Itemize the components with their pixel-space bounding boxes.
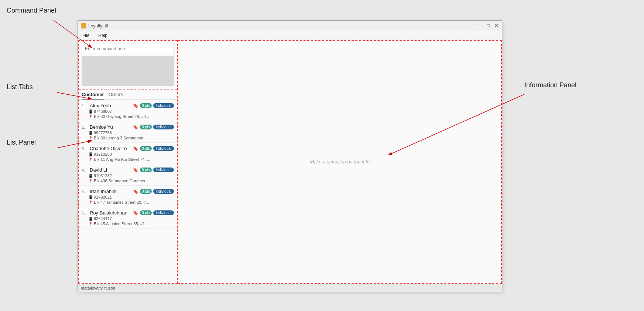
customer-address: 📍 Blk 30 Lorong 3 Serangoon ... [82, 136, 174, 140]
status-path: \data\loyaltylift.json [81, 286, 115, 290]
pin-icon: 📍 [88, 158, 93, 162]
customer-badges: 🔖 0 pts Individual [133, 146, 174, 151]
title-bar-controls: ─ □ ✕ [477, 23, 499, 28]
customer-badges: 🔖 0 pts Individual [133, 125, 174, 130]
right-panel: Make a selection on the left! [178, 40, 502, 284]
customer-badges: 🔖 0 pts Individual [133, 103, 174, 108]
customer-list: 1. Alex Yeoh 🔖 0 pts Individual 📱 874388… [79, 100, 177, 283]
customer-name: Alex Yeoh [90, 103, 111, 108]
bookmark-icon: 🔖 [133, 125, 138, 130]
minimize-button[interactable]: ─ [477, 23, 483, 28]
customer-item[interactable]: 5. Irfan Ibrahim 🔖 0 pts Individual 📱 92… [79, 186, 177, 207]
badge-pts: 0 pts [140, 103, 152, 108]
badge-pts: 0 pts [140, 168, 152, 172]
pin-icon: 📍 [88, 136, 93, 140]
customer-phone: 📱 87438807 [82, 109, 174, 114]
phone-number: 92624417 [94, 216, 112, 221]
menu-help[interactable]: Help [97, 32, 109, 39]
app-title: LoyaltyLift [88, 23, 108, 28]
customer-phone: 📱 93210283 [82, 152, 174, 156]
customer-phone: 📱 92492021 [82, 195, 174, 199]
customer-number: 3. [82, 146, 88, 151]
phone-number: 99272758 [94, 131, 112, 135]
bookmark-icon: 🔖 [133, 210, 138, 216]
pin-icon: 📍 [88, 115, 93, 119]
address-text: Blk 436 Serangoon Gardens ... [94, 179, 150, 183]
badge-type: Individual [153, 103, 174, 108]
bookmark-icon: 🔖 [133, 103, 138, 108]
phone-icon: 📱 [88, 174, 93, 178]
phone-icon: 📱 [88, 109, 93, 114]
phone-number: 93210283 [94, 152, 112, 156]
phone-icon: 📱 [88, 217, 93, 221]
tabs-section: Customer Orders [79, 89, 177, 100]
customer-name: Charlotte Oliveiro [90, 146, 127, 151]
customer-address: 📍 Blk 47 Tampines Street 20, #... [82, 200, 174, 204]
address-text: Blk 47 Tampines Street 20, #... [94, 200, 149, 204]
title-bar: LL LoyaltyLift ─ □ ✕ [78, 21, 502, 31]
badge-type: Individual [153, 168, 174, 172]
pin-icon: 📍 [88, 200, 93, 204]
customer-address: 📍 Blk 11 Ang Mo Kio Street 74, ... [82, 157, 174, 162]
menu-file[interactable]: File [81, 32, 91, 39]
badge-pts: 0 pts [140, 189, 152, 194]
customer-name: Bernice Yu [90, 124, 113, 130]
tab-orders[interactable]: Orders [109, 92, 123, 99]
customer-number: 1. [82, 104, 88, 108]
customer-number: 4. [82, 168, 88, 172]
customer-item[interactable]: 4. David Li 🔖 0 pts Individual 📱 9103128… [79, 164, 177, 186]
badge-type: Individual [153, 125, 174, 129]
address-text: Blk 30 Geylang Street 29, #0... [94, 114, 149, 119]
customer-phone: 📱 99272758 [82, 131, 174, 135]
customer-badges: 🔖 0 pts Individual [133, 168, 174, 173]
bookmark-icon: 🔖 [133, 146, 138, 151]
phone-icon: 📱 [88, 195, 93, 199]
customer-name: Roy Balakrishnan [90, 210, 127, 216]
customer-name: David Li [90, 167, 107, 173]
menu-bar: File Help [78, 31, 502, 40]
customer-badges: 🔖 0 pts Individual [133, 189, 174, 194]
phone-icon: 📱 [88, 152, 93, 156]
pin-icon: 📍 [88, 179, 93, 183]
bookmark-icon: 🔖 [133, 189, 138, 194]
information-panel-label: Information Panel [524, 81, 576, 89]
customer-number: 2. [82, 125, 88, 129]
app-window: LL LoyaltyLift ─ □ ✕ File Help Customer … [78, 20, 502, 292]
phone-number: 91031282 [94, 173, 112, 178]
list-tabs-label: List Tabs [7, 83, 33, 91]
customer-address: 📍 Blk 45 Aljunied Street 85, #1... [82, 222, 174, 226]
app-icon: LL [81, 23, 86, 28]
customer-item[interactable]: 3. Charlotte Oliveiro 🔖 0 pts Individual… [79, 143, 177, 164]
title-bar-left: LL LoyaltyLift [81, 23, 108, 28]
badge-pts: 0 pts [140, 125, 152, 129]
command-area-box [82, 56, 174, 86]
address-text: Blk 11 Ang Mo Kio Street 74, ... [94, 157, 150, 162]
badge-pts: 0 pts [140, 210, 152, 215]
maximize-button[interactable]: □ [486, 23, 491, 28]
customer-number: 5. [82, 189, 88, 194]
customer-address: 📍 Blk 436 Serangoon Gardens ... [82, 179, 174, 183]
tab-customer[interactable]: Customer [82, 92, 104, 99]
left-panel: Customer Orders 1. Alex Yeoh 🔖 0 pts Ind… [78, 40, 178, 284]
customer-number: 6. [82, 211, 88, 215]
command-section [79, 41, 177, 89]
customer-address: 📍 Blk 30 Geylang Street 29, #0... [82, 114, 174, 119]
content-area: Customer Orders 1. Alex Yeoh 🔖 0 pts Ind… [78, 40, 502, 284]
address-text: Blk 30 Lorong 3 Serangoon ... [94, 136, 148, 140]
customer-phone: 📱 91031282 [82, 173, 174, 178]
status-bar: \data\loyaltylift.json [78, 284, 502, 292]
info-placeholder: Make a selection on the left! [310, 159, 370, 165]
bookmark-icon: 🔖 [133, 168, 138, 173]
customer-item[interactable]: 6. Roy Balakrishnan 🔖 0 pts Individual 📱… [79, 207, 177, 229]
phone-icon: 📱 [88, 131, 93, 135]
customer-item[interactable]: 1. Alex Yeoh 🔖 0 pts Individual 📱 874388… [79, 100, 177, 121]
customer-phone: 📱 92624417 [82, 216, 174, 221]
customer-item[interactable]: 2. Bernice Yu 🔖 0 pts Individual 📱 99272… [79, 121, 177, 143]
customer-name: Irfan Ibrahim [90, 189, 117, 194]
command-input[interactable] [82, 44, 174, 54]
customer-badges: 🔖 0 pts Individual [133, 210, 174, 216]
phone-number: 92492021 [94, 195, 112, 199]
close-button[interactable]: ✕ [494, 23, 499, 28]
badge-pts: 0 pts [140, 146, 152, 151]
pin-icon: 📍 [88, 222, 93, 226]
